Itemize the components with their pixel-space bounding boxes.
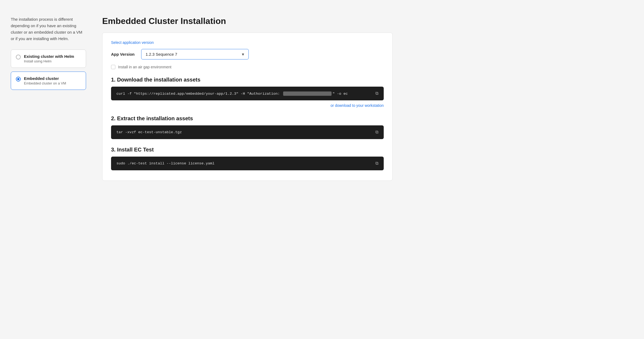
step-1-copy-icon[interactable]: ⧉ xyxy=(375,91,378,96)
step-3-code-text: sudo ./ec-test install --license license… xyxy=(116,161,371,165)
step-2-label: Extract the installation assets xyxy=(117,115,193,121)
step-3-code-block: sudo ./ec-test install --license license… xyxy=(111,157,384,170)
step-1-label: Download the installation assets xyxy=(117,77,200,83)
step-1-number: 1. xyxy=(111,77,117,83)
option-helm[interactable]: Existing cluster with Helm Install using… xyxy=(11,50,86,68)
radio-helm[interactable] xyxy=(16,55,21,59)
step-2-title: 2. Extract the installation assets xyxy=(111,115,384,122)
step-2-code-block: tar -xvzf ec-test-unstable.tgz ⧉ xyxy=(111,125,384,139)
page-title: Embedded Cluster Installation xyxy=(102,16,393,26)
step-2-section: 2. Extract the installation assets tar -… xyxy=(111,115,384,139)
step-3-copy-icon[interactable]: ⧉ xyxy=(375,161,378,166)
content-card: Select application version App Version 1… xyxy=(102,33,393,181)
sidebar-description: The installation process is different de… xyxy=(11,16,86,42)
airgap-label[interactable]: Install in an air gap environment xyxy=(118,65,171,69)
airgap-checkbox[interactable] xyxy=(111,65,115,69)
step-1-code-block: curl -f "https://replicated.app/embedded… xyxy=(111,87,384,100)
main-content: Embedded Cluster Installation Select app… xyxy=(102,16,393,323)
redacted-token xyxy=(283,91,332,96)
download-link: or download to your workstation xyxy=(111,103,384,108)
option-helm-title: Existing cluster with Helm xyxy=(24,54,74,59)
option-helm-text: Existing cluster with Helm Install using… xyxy=(24,54,74,63)
option-embedded-text: Embedded cluster Embedded cluster on a V… xyxy=(24,76,66,85)
radio-embedded-dot xyxy=(17,78,19,80)
step-3-label: Install EC Test xyxy=(117,147,154,153)
version-select-wrapper[interactable]: 1.2.3 Sequence 7 ▼ xyxy=(141,49,249,59)
section-label: Select application version xyxy=(111,40,384,45)
step-1-title: 1. Download the installation assets xyxy=(111,77,384,83)
option-embedded-subtitle: Embedded cluster on a VM xyxy=(24,81,66,85)
step-3-number: 3. xyxy=(111,147,117,153)
option-helm-subtitle: Install using Helm xyxy=(24,59,74,63)
step-3-title: 3. Install EC Test xyxy=(111,147,384,153)
radio-embedded[interactable] xyxy=(16,77,21,82)
airgap-row: Install in an air gap environment xyxy=(111,65,384,69)
version-row: App Version 1.2.3 Sequence 7 ▼ xyxy=(111,49,384,59)
step-1-section: 1. Download the installation assets curl… xyxy=(111,77,384,108)
step-2-number: 2. xyxy=(111,115,117,121)
version-select[interactable]: 1.2.3 Sequence 7 xyxy=(141,49,249,59)
step-3-section: 3. Install EC Test sudo ./ec-test instal… xyxy=(111,147,384,170)
version-label: App Version xyxy=(111,52,135,56)
download-workstation-link[interactable]: or download to your workstation xyxy=(330,103,384,108)
step-2-copy-icon[interactable]: ⧉ xyxy=(375,130,378,135)
option-embedded[interactable]: Embedded cluster Embedded cluster on a V… xyxy=(11,72,86,90)
option-embedded-title: Embedded cluster xyxy=(24,76,66,81)
step-2-code-text: tar -xvzf ec-test-unstable.tgz xyxy=(116,130,371,134)
sidebar: The installation process is different de… xyxy=(11,16,86,323)
step-1-code-text: curl -f "https://replicated.app/embedded… xyxy=(116,91,371,96)
